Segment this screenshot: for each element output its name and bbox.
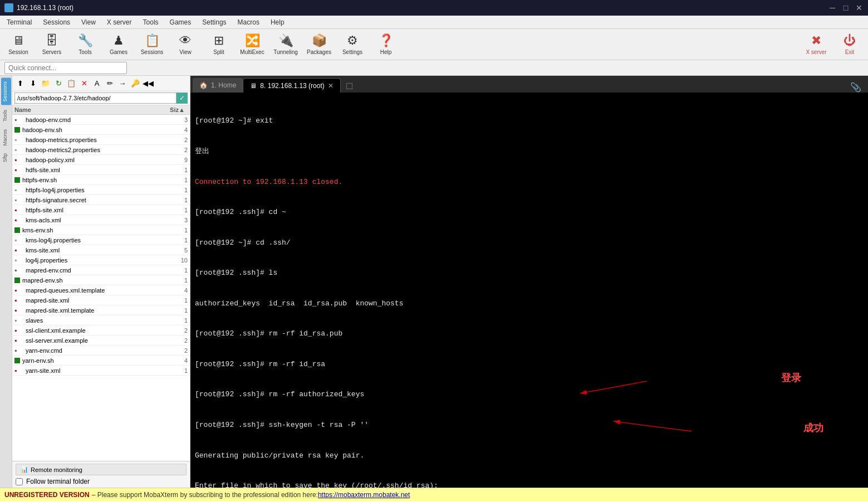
list-item[interactable]: ▪ssl-client.xml.example2 — [12, 325, 190, 335]
list-item[interactable]: ▪hadoop-policy.xml9 — [12, 155, 190, 165]
list-item[interactable]: ▪httpfs-signature.secret1 — [12, 195, 190, 205]
list-item[interactable]: ▪ssl-server.xml.example2 — [12, 335, 190, 346]
list-item[interactable]: ▪httpfs-site.xml1 — [12, 205, 190, 215]
toolbar-tunneling[interactable]: 🔌 Tunneling — [269, 31, 302, 59]
file-move-btn[interactable]: → — [117, 78, 128, 89]
toolbar-xserver[interactable]: ✖ X server — [800, 31, 832, 59]
menu-view[interactable]: View — [77, 17, 100, 27]
path-input[interactable] — [14, 93, 176, 104]
file-size: 1 — [171, 367, 188, 374]
list-item[interactable]: ▪hadoop-metrics2.properties2 — [12, 145, 190, 155]
list-item[interactable]: hadoop-env.sh4 — [12, 125, 190, 135]
terminal-content[interactable]: [root@192 ~]# exit 登出 Connection to 192.… — [190, 93, 868, 488]
file-upload-btn[interactable]: ⬆ — [14, 78, 26, 89]
file-name: kms-log4j.properties — [26, 237, 171, 244]
term-line-1: [root@192 ~]# exit — [195, 116, 864, 126]
menu-games[interactable]: Games — [165, 17, 196, 27]
remote-monitoring-button[interactable]: 📊 Remote monitoring — [16, 464, 187, 475]
list-item[interactable]: ▪hadoop-metrics.properties2 — [12, 135, 190, 145]
list-item[interactable]: ▪yarn-env.cmd2 — [12, 346, 190, 356]
toolbar-session[interactable]: 🖥 Session — [2, 31, 35, 59]
menu-help[interactable]: Help — [266, 17, 289, 27]
file-nav-back[interactable]: ◀◀ — [143, 78, 154, 89]
file-name: httpfs-env.sh — [22, 177, 171, 183]
sessions-icon: 📋 — [145, 33, 160, 48]
list-item[interactable]: ▪mapred-env.cmd1 — [12, 265, 190, 275]
minimize-button[interactable]: ─ — [828, 3, 837, 12]
attach-icon[interactable]: 📎 — [846, 82, 866, 93]
toolbar-sessions[interactable]: 📋 Sessions — [136, 31, 168, 59]
maximize-button[interactable]: □ — [841, 3, 850, 12]
toolbar-packages[interactable]: 📦 Packages — [303, 31, 335, 59]
menu-sessions[interactable]: Sessions — [38, 17, 75, 27]
file-size: 10 — [171, 257, 188, 264]
list-item[interactable]: mapred-env.sh1 — [12, 275, 190, 285]
list-item[interactable]: ▪yarn-site.xml1 — [12, 366, 190, 376]
title-left: 192.168.1.13 (root) — [4, 3, 73, 12]
list-item[interactable]: kms-env.sh1 — [12, 225, 190, 235]
file-edit-btn[interactable]: ✏ — [104, 78, 115, 89]
list-item[interactable]: ▪mapred-queues.xml.template4 — [12, 285, 190, 295]
file-list-header: Name Siz ▲ — [12, 105, 190, 115]
menu-settings[interactable]: Settings — [198, 17, 231, 27]
list-item[interactable]: ▪mapred-site.xml.template1 — [12, 305, 190, 315]
toolbar-tools[interactable]: 🔧 Tools — [69, 31, 101, 59]
list-item[interactable]: ▪slaves1 — [12, 315, 190, 325]
sidebar-item-tools[interactable]: Tools — [1, 106, 11, 125]
list-item[interactable]: ▪log4j.properties10 — [12, 255, 190, 265]
menu-xserver[interactable]: X server — [102, 17, 136, 27]
toolbar-exit[interactable]: ⏻ Exit — [833, 31, 866, 59]
file-size: 1 — [171, 227, 188, 234]
status-link[interactable]: https://mobaxterm.mobatek.net — [318, 491, 410, 499]
follow-folder-checkbox[interactable] — [16, 478, 23, 485]
list-item[interactable]: yarn-env.sh4 — [12, 356, 190, 366]
list-item[interactable]: ▪kms-log4j.properties1 — [12, 235, 190, 245]
tab-session8[interactable]: 🖥 8. 192.168.1.13 (root) ✕ — [243, 78, 340, 93]
term-line-13: Enter file in which to save the key (/ro… — [195, 481, 864, 488]
file-size: 2 — [171, 137, 188, 143]
file-size: 2 — [171, 327, 188, 334]
quick-connect-input[interactable] — [4, 62, 127, 74]
path-go-button[interactable]: ✓ — [176, 93, 188, 104]
file-refresh-btn[interactable]: ↻ — [53, 78, 64, 89]
list-item[interactable]: ▪kms-acls.xml3 — [12, 215, 190, 225]
list-item[interactable]: ▪kms-site.xml5 — [12, 245, 190, 255]
toolbar-view[interactable]: 👁 View — [169, 31, 202, 59]
list-item[interactable]: ▪mapred-site.xml1 — [12, 295, 190, 305]
list-item[interactable]: ▪httpfs-log4j.properties1 — [12, 185, 190, 195]
file-name: kms-acls.xml — [26, 217, 171, 223]
tab-home[interactable]: 🏠 1. Home — [193, 78, 243, 93]
file-name: ssl-client.xml.example — [26, 327, 171, 334]
menu-macros[interactable]: Macros — [233, 17, 264, 27]
list-item[interactable]: ▪hadoop-env.cmd3 — [12, 115, 190, 125]
toolbar-split[interactable]: ⊞ Split — [203, 31, 235, 59]
menu-terminal[interactable]: Terminal — [2, 17, 36, 27]
file-newdir-btn[interactable]: 📁 — [40, 78, 51, 89]
tools-icon: 🔧 — [78, 33, 93, 48]
file-download-btn[interactable]: ⬇ — [27, 78, 38, 89]
toolbar-help[interactable]: ❓ Help — [370, 31, 402, 59]
list-item[interactable]: ▪hdfs-site.xml1 — [12, 165, 190, 175]
new-tab-button[interactable]: □ — [343, 79, 356, 93]
sidebar-item-sftp[interactable]: Sftp — [1, 150, 11, 166]
toolbar-multiexec[interactable]: 🔀 MultiExec — [236, 31, 268, 59]
toolbar-servers[interactable]: 🗄 Servers — [36, 31, 68, 59]
toolbar-settings[interactable]: ⚙ Settings — [336, 31, 369, 59]
file-panel-bottom: 📊 Remote monitoring Follow terminal fold… — [12, 461, 190, 488]
packages-label: Packages — [307, 49, 331, 55]
tab-close-button[interactable]: ✕ — [328, 82, 334, 90]
sidebar-item-sessions[interactable]: Sessions — [1, 78, 11, 105]
file-panel: ⬆ ⬇ 📁 ↻ 📋 ✕ A ✏ → 🔑 ◀◀ ✓ Name Siz ▲ ▪had… — [12, 76, 190, 488]
exit-label: Exit — [845, 49, 855, 55]
list-item[interactable]: httpfs-env.sh1 — [12, 175, 190, 185]
file-permissions-btn[interactable]: 🔑 — [130, 78, 141, 89]
menu-tools[interactable]: Tools — [139, 17, 163, 27]
file-delete-btn[interactable]: ✕ — [79, 78, 90, 89]
exit-icon: ⏻ — [844, 33, 856, 48]
sidebar-item-macros[interactable]: Macros — [1, 126, 11, 149]
file-rename-btn[interactable]: A — [91, 78, 102, 89]
toolbar-games[interactable]: ♟ Games — [102, 31, 135, 59]
close-button[interactable]: ✕ — [855, 3, 864, 12]
file-name: mapred-site.xml.template — [26, 307, 171, 314]
file-copy-btn[interactable]: 📋 — [66, 78, 77, 89]
